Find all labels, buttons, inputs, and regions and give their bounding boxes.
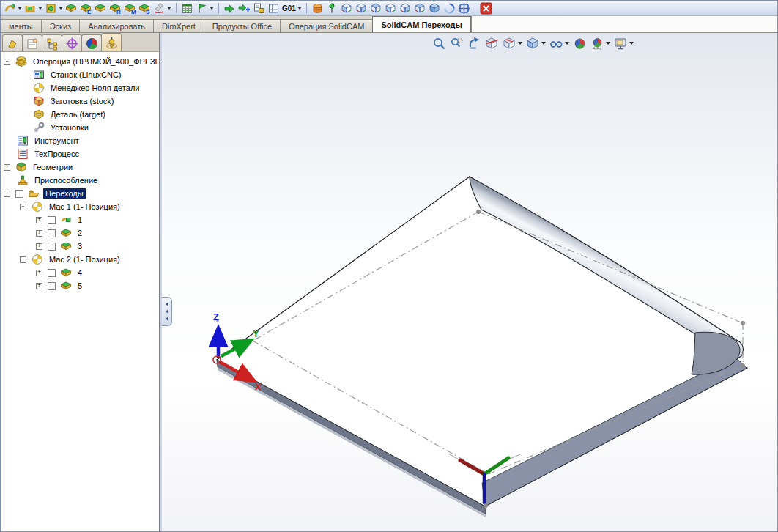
- viewport[interactable]: Z Y X: [162, 33, 777, 532]
- tab-instrumenty[interactable]: менты: [0, 19, 42, 32]
- tab-dimxpert[interactable]: DimXpert: [153, 19, 204, 32]
- tree-item-geometries[interactable]: +Геометрии: [1, 160, 159, 174]
- dropdown-caret-icon: [518, 42, 522, 45]
- view-cube-2-icon[interactable]: [355, 1, 368, 15]
- pocket-tool-icon[interactable]: [23, 1, 43, 15]
- expand-toggle[interactable]: +: [36, 217, 42, 223]
- zoom-area-icon[interactable]: [449, 36, 464, 51]
- previous-view-icon[interactable]: [467, 36, 482, 51]
- tree-item-checkbox[interactable]: [48, 216, 56, 224]
- tree-item-mac2[interactable]: -Mac 2 (1- Позиция): [1, 253, 159, 266]
- op-cube-r-icon[interactable]: R: [108, 1, 122, 15]
- tree-item-target[interactable]: Деталь (target): [1, 108, 159, 121]
- toolbar-separator: [306, 3, 307, 13]
- property-manager-tab[interactable]: [22, 34, 42, 51]
- grid-table-icon[interactable]: [267, 1, 281, 15]
- expand-toggle[interactable]: +: [36, 230, 42, 237]
- solidworks-window: ERMSG01 ментыЭскизАнализироватьDimXpertП…: [0, 0, 778, 532]
- apply-scene-icon[interactable]: [590, 36, 611, 51]
- tree-item-transitions[interactable]: -Переходы: [1, 187, 159, 200]
- tree-item-op2[interactable]: +2: [1, 226, 159, 240]
- axis-x-label: X: [255, 381, 262, 392]
- expand-toggle[interactable]: +: [36, 283, 42, 289]
- collapse-toggle[interactable]: -: [20, 204, 26, 210]
- tree-item-op1[interactable]: +1: [1, 213, 159, 226]
- flag-icon[interactable]: [195, 1, 215, 15]
- expand-toggle[interactable]: +: [4, 164, 10, 171]
- tree-item-op3[interactable]: +3: [1, 240, 159, 253]
- tree-item-checkbox[interactable]: [48, 243, 56, 251]
- zero-icon: [32, 201, 43, 213]
- collapse-toggle[interactable]: -: [20, 256, 26, 263]
- tree-item-operation[interactable]: -Операция (ПРЯМОЙ_400_ФРЕЗЕРО: [1, 55, 159, 68]
- tab-produkty-office[interactable]: Продукты Office: [204, 19, 281, 32]
- tree-item-checkbox[interactable]: [15, 190, 23, 198]
- tab-eskiz[interactable]: Эскиз: [41, 19, 80, 32]
- tree-item-machine[interactable]: Станок (LinuxCNC): [1, 68, 159, 81]
- collapse-toggle[interactable]: -: [4, 191, 10, 197]
- view-cube-1-icon[interactable]: [340, 1, 354, 15]
- edit-appearance-icon[interactable]: [572, 36, 588, 51]
- tab-analizirovat[interactable]: Анализировать: [79, 19, 154, 32]
- tree-item-checkbox[interactable]: [48, 269, 56, 277]
- tree-item-zero-manager[interactable]: Менеджер Ноля детали: [1, 81, 159, 95]
- tree-item-label: 3: [75, 241, 84, 251]
- view-cube-3-icon[interactable]: [369, 1, 383, 15]
- feature-manager-tab[interactable]: [2, 34, 23, 51]
- op-cube-s-icon[interactable]: S: [138, 1, 152, 15]
- eraser-icon[interactable]: [152, 1, 172, 15]
- expand-toggle[interactable]: +: [36, 270, 42, 276]
- slab-icon: [60, 267, 72, 278]
- copy-table-icon[interactable]: [252, 1, 266, 15]
- drill-tool-icon[interactable]: [44, 1, 64, 15]
- dimxpert-manager-tab[interactable]: [62, 34, 82, 51]
- view-cube-5-icon[interactable]: [399, 1, 412, 15]
- stock-cylinder-icon[interactable]: [311, 1, 325, 15]
- view-cube-6-icon[interactable]: [413, 1, 427, 15]
- tree-item-mac1[interactable]: -Mac 1 (1- Позиция): [1, 200, 159, 213]
- section-view-icon[interactable]: [484, 36, 500, 51]
- tab-solidcam-perehody[interactable]: SolidCAM Переходы: [372, 16, 471, 32]
- sync-arrows-icon[interactable]: [223, 1, 237, 15]
- tree-item-checkbox[interactable]: [48, 282, 56, 290]
- iso-view-icon[interactable]: [428, 1, 442, 15]
- solidcam-manager-tab[interactable]: [101, 33, 122, 51]
- view-settings-icon[interactable]: [613, 36, 634, 51]
- add-operation-icon[interactable]: [237, 1, 251, 15]
- tree-item-tool[interactable]: Инструмент: [1, 134, 159, 147]
- pin-icon[interactable]: [325, 1, 339, 15]
- tree-item-setups[interactable]: Установки: [1, 121, 159, 134]
- panel-collapse-handle[interactable]: [162, 297, 172, 326]
- plate-top-face[interactable]: [217, 177, 747, 506]
- display-manager-tab[interactable]: [81, 34, 102, 51]
- close-button[interactable]: [479, 1, 493, 15]
- tree-item-op4[interactable]: +4: [1, 266, 159, 279]
- calculator-icon[interactable]: [180, 1, 194, 15]
- target-icon: [33, 108, 45, 120]
- op-cube-plain-icon[interactable]: [94, 1, 108, 15]
- slab-icon: [60, 280, 72, 292]
- op-cube-icon[interactable]: [64, 1, 78, 15]
- curve-tool-icon[interactable]: [3, 1, 23, 15]
- view-orientation-icon[interactable]: [502, 36, 523, 51]
- hide-show-icon[interactable]: [549, 36, 570, 51]
- display-style-icon[interactable]: [525, 36, 547, 51]
- configuration-manager-tab[interactable]: [42, 34, 62, 51]
- gcode-g01-button[interactable]: G01: [281, 1, 303, 15]
- tree-item-process[interactable]: ТехПроцесс: [1, 147, 159, 160]
- tree-item-op5[interactable]: +5: [1, 279, 159, 292]
- tree-item-label: Приспособление: [32, 175, 100, 185]
- machine-frame-icon[interactable]: [457, 1, 471, 15]
- model-3d[interactable]: Z Y X: [162, 33, 777, 532]
- view-cube-4-icon[interactable]: [384, 1, 398, 15]
- swirl-icon[interactable]: [442, 1, 456, 15]
- tree-item-fixture[interactable]: Приспособление: [1, 174, 159, 187]
- tree-item-checkbox[interactable]: [48, 229, 56, 237]
- tab-operaciya-solidcam[interactable]: Операция SolidCAM: [280, 19, 373, 32]
- expand-toggle[interactable]: +: [36, 243, 42, 250]
- tree-item-stock[interactable]: Заготовка (stock): [1, 95, 159, 108]
- collapse-toggle[interactable]: -: [4, 59, 10, 65]
- zoom-fit-icon[interactable]: [431, 36, 447, 51]
- op-cube-m-icon[interactable]: M: [123, 1, 137, 15]
- op-cube-e-icon[interactable]: E: [79, 1, 93, 15]
